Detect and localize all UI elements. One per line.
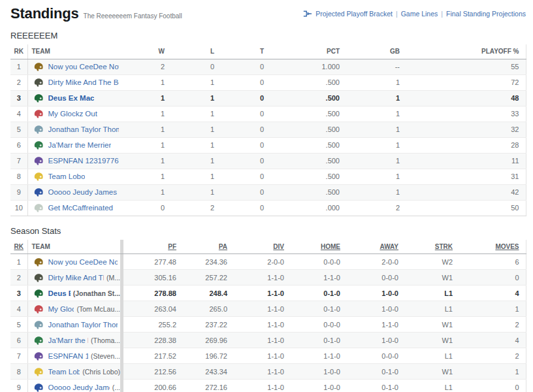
team-link[interactable]: Ja'Marr the Merrier xyxy=(48,336,89,344)
losses-cell: 1 xyxy=(166,153,216,169)
losses-cell: 1 xyxy=(166,137,216,153)
gb-cell: 1 xyxy=(341,153,401,169)
header-away-record[interactable]: AWAY xyxy=(342,240,400,254)
team-link[interactable]: Get McCaffreinated xyxy=(48,204,114,212)
team-link[interactable]: Deus Ex Mac xyxy=(48,289,71,297)
team-link[interactable]: Ja'Marr the Merrier xyxy=(48,141,112,149)
season-stats-row: 4 My Glockz Out (Tom McLau... 263.04 265… xyxy=(10,301,526,317)
header-rank[interactable]: RK xyxy=(10,240,27,254)
standings-row: 2 Dirty Mike And The Boys 1 1 0 .500 1 7… xyxy=(10,74,526,90)
header-streak[interactable]: STRK xyxy=(400,240,454,254)
owner-name: (M... xyxy=(106,274,120,282)
moves-cell: 4 xyxy=(454,286,526,301)
team-link[interactable]: Now you CeeDee Now you ... xyxy=(48,63,120,71)
team-link[interactable]: Jonathan Taylor Thomas Bra... xyxy=(48,321,118,329)
season-stats-title: Season Stats xyxy=(10,226,526,236)
team-link[interactable]: Team Lobo xyxy=(48,368,80,376)
pct-cell: .500 xyxy=(265,169,341,184)
team-link[interactable]: Dirty Mike And The Boys xyxy=(48,78,120,86)
away-record-cell: 1-0-0 xyxy=(342,286,400,301)
home-record-cell: 1-1-0 xyxy=(285,348,342,364)
division-title: REEEEEEM xyxy=(10,31,526,41)
points-for-cell: 228.38 xyxy=(123,333,178,348)
gb-cell: 1 xyxy=(341,74,401,90)
losses-cell: 1 xyxy=(166,169,216,184)
team-cell: Ooooo Jeudy James Jeudy xyxy=(27,184,119,200)
wins-cell: 1 xyxy=(119,122,166,137)
team-link[interactable]: Team Lobo xyxy=(48,172,86,180)
header-home-record[interactable]: HOME xyxy=(285,240,342,254)
season-stats-row: 3 Deus Ex Mac (Jonathan St... 278.88 248… xyxy=(10,286,526,301)
standings-row: 8 Team Lobo 1 1 0 .500 1 31 xyxy=(10,169,526,184)
team-link[interactable]: My Glockz Out xyxy=(48,305,74,313)
ties-cell: 0 xyxy=(216,184,265,200)
header-rank: RK xyxy=(10,44,27,59)
team-link[interactable]: Ooooo Jeudy James Jeudy xyxy=(48,384,110,391)
header-points-for[interactable]: PF xyxy=(123,240,178,254)
division-record-cell: 1-1-0 xyxy=(229,380,285,392)
home-record-cell: 0-1-0 xyxy=(285,301,342,317)
team-link[interactable]: ESPNFAN 12319776 xyxy=(48,157,119,165)
pct-cell: .000 xyxy=(265,200,341,216)
away-record-cell: 0-0-0 xyxy=(342,270,400,286)
team-link[interactable]: Now you CeeDee Now you ... xyxy=(48,258,118,266)
owner-name: (Thoma... xyxy=(91,336,120,344)
division-record-cell: 1-1-0 xyxy=(229,317,285,333)
league-name: The Reeeeeeem Fantasy Football xyxy=(84,12,182,20)
team-cell: Ooooo Jeudy James Jeudy (... xyxy=(27,380,120,392)
standings-row: 7 ESPNFAN 12319776 1 1 0 .500 1 11 xyxy=(10,153,526,169)
team-link[interactable]: ESPNFAN 12319776 xyxy=(48,352,89,360)
team-link[interactable]: Dirty Mike And The Boys xyxy=(48,274,105,282)
gb-cell: 2 xyxy=(341,200,401,216)
link-final-standing-projections[interactable]: Final Standing Projections xyxy=(446,10,526,18)
wins-cell: 1 xyxy=(119,74,166,90)
rank-cell: 2 xyxy=(10,74,27,90)
link-game-lines[interactable]: Game Lines xyxy=(401,10,438,18)
team-logo-icon xyxy=(33,257,44,267)
team-link[interactable]: Jonathan Taylor Thomas Br... xyxy=(48,125,120,133)
rank-cell: 1 xyxy=(10,59,27,74)
header-pct: PCT xyxy=(265,44,341,59)
link-projected-playoff-bracket[interactable]: Projected Playoff Bracket xyxy=(315,10,393,18)
top-links: Projected Playoff Bracket | Game Lines |… xyxy=(303,5,526,18)
team-cell: Team Lobo (Chris Lobo) xyxy=(27,364,120,380)
header-division-record[interactable]: DIV xyxy=(229,240,285,254)
streak-cell: L1 xyxy=(400,348,454,364)
team-logo-icon xyxy=(33,367,44,377)
streak-cell: L1 xyxy=(400,380,454,392)
playoff-pct-cell: 31 xyxy=(401,169,526,184)
header-losses: L xyxy=(166,44,216,59)
season-stats-header-row: RK TEAM PF PA DIV HOME AWAY STRK MOVES xyxy=(10,240,526,254)
ties-cell: 0 xyxy=(216,122,265,137)
link-separator: | xyxy=(441,10,443,18)
header-points-against[interactable]: PA xyxy=(178,240,229,254)
team-cell: Jonathan Taylor Thomas Bra... xyxy=(27,317,120,333)
ties-cell: 0 xyxy=(216,90,265,106)
rank-cell: 9 xyxy=(10,184,27,200)
streak-cell: W1 xyxy=(400,270,454,286)
team-link[interactable]: My Glockz Out xyxy=(48,110,97,118)
team-logo-icon xyxy=(33,140,44,150)
team-logo-icon xyxy=(33,155,44,166)
owner-name: (Tom McLau... xyxy=(76,305,120,313)
team-cell: ESPNFAN 12319776 (Steven... xyxy=(27,348,120,364)
team-link[interactable]: Ooooo Jeudy James Jeudy xyxy=(48,188,120,196)
rank-cell: 1 xyxy=(10,254,27,270)
rank-cell: 7 xyxy=(10,153,27,169)
points-against-cell: 196.72 xyxy=(178,348,229,364)
wins-cell: 1 xyxy=(119,137,166,153)
team-logo-icon xyxy=(33,382,44,392)
title-wrap: Standings The Reeeeeeem Fantasy Football xyxy=(10,5,182,22)
team-link[interactable]: Deus Ex Mac xyxy=(48,94,95,102)
home-record-cell: 0-1-0 xyxy=(285,286,342,301)
rank-cell: 7 xyxy=(10,348,27,364)
team-cell: Team Lobo xyxy=(27,169,119,184)
standings-row: 3 Deus Ex Mac 1 1 0 .500 1 48 xyxy=(10,90,526,106)
season-stats-row: 7 ESPNFAN 12319776 (Steven... 217.52 196… xyxy=(10,348,526,364)
header-moves[interactable]: MOVES xyxy=(454,240,526,254)
losses-cell: 1 xyxy=(166,106,216,122)
streak-cell: L1 xyxy=(400,286,454,301)
team-cell: Deus Ex Mac xyxy=(27,90,119,106)
home-record-cell: 0-0-0 xyxy=(285,317,342,333)
owner-name: (Jonathan St... xyxy=(73,289,120,297)
